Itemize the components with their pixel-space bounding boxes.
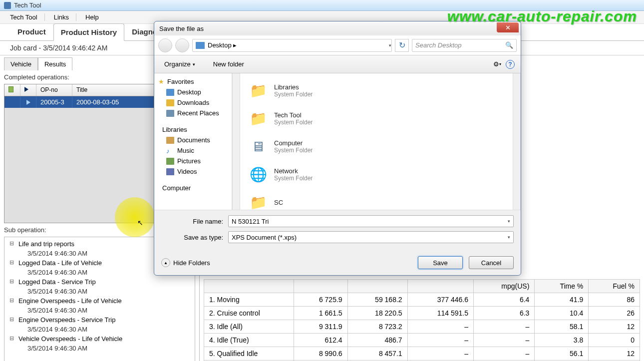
table-row[interactable]: 3. Idle (All)9 311.98 723.2––58.112 [204,320,640,334]
filename-input[interactable]: N 530121 Tri [228,215,514,227]
help-icon[interactable]: ? [506,60,515,69]
nav-back-button[interactable] [158,38,172,52]
sidebar-item-music[interactable]: ♪Music [156,145,230,156]
tree-node[interactable]: Engine Overspeeds - Life of Vehicle [7,296,192,306]
doc-icon [8,86,13,92]
subtab-vehicle[interactable]: Vehicle [4,57,38,70]
table-row[interactable]: 1. Moving6 725.959 168.2377 446.66.441.9… [204,293,640,307]
search-icon: 🔍 [505,41,513,49]
desktop-icon [166,89,174,96]
sidebar-item-downloads[interactable]: Downloads [156,97,230,108]
file-item[interactable]: 🖥ComputerSystem Folder [245,132,508,160]
subtab-results[interactable]: Results [38,57,72,70]
folder-icon: 📁 [247,79,269,101]
tab-product-history[interactable]: Product History [53,23,125,41]
play-icon [24,87,28,92]
sidebar-item-videos[interactable]: Videos [156,166,230,177]
data-table: mpg(US)Time %Fuel % 1. Moving6 725.959 1… [204,279,640,361]
recent-icon [166,110,174,117]
sidebar-item-recent[interactable]: Recent Places [156,108,230,118]
table-header [407,280,473,293]
table-header: Time % [535,280,589,293]
filename-label: File name: [161,218,228,225]
tree-node[interactable]: Engine Overspeeds - Service Trip [7,315,192,325]
saveas-dropdown[interactable]: XPS Document (*.xps) [228,231,514,243]
breadcrumb[interactable]: Desktop ▸ ▾ [192,39,392,52]
tree-node[interactable]: Logged Data - Service Trip [7,277,192,287]
file-item[interactable]: 🌐NetworkSystem Folder [245,160,508,188]
pictures-icon [166,158,174,165]
menu-help[interactable]: Help [85,13,106,21]
col-op-header[interactable]: OP-no [36,84,72,96]
window-title: Tech Tool [14,1,41,9]
tree-timestamp: 3/5/2014 9:46:30 AM [7,287,192,296]
table-row[interactable]: 5. Qualified Idle8 990.68 457.1––56.112 [204,347,640,361]
save-button[interactable]: Save [418,256,463,269]
cancel-button[interactable]: Cancel [469,256,514,269]
folder-icon: 📁 [247,191,269,210]
tree-timestamp: 3/5/2014 9:46:30 AM [7,306,192,315]
filelist-scrollbar[interactable] [513,73,521,210]
dialog-sidebar: ★Favorites Desktop Downloads Recent Plac… [154,73,232,210]
save-file-dialog: Save the file as ✕ Desktop ▸ ▾ ↻ Search … [154,21,521,276]
file-item[interactable]: 📁LibrariesSystem Folder [245,76,508,104]
tree-node[interactable]: Vehicle Overspeeds - Life of Vehicle [7,334,192,344]
table-header: Fuel % [589,280,640,293]
videos-icon [166,168,174,175]
computer-icon: 🖥 [247,135,269,157]
music-icon: ♪ [166,147,174,154]
sidebar-item-desktop[interactable]: Desktop [156,87,230,97]
documents-icon [166,137,174,144]
sidebar-scrollbar[interactable] [232,73,240,210]
table-header [204,280,294,293]
file-item[interactable]: 📁Tech ToolSystem Folder [245,104,508,132]
nav-forward-button[interactable] [175,38,189,52]
star-icon: ★ [158,78,164,85]
downloads-icon [166,99,174,106]
menu-techtool[interactable]: Tech Tool [10,13,45,21]
tab-product[interactable]: Product [10,23,53,40]
view-options-icon[interactable]: ⚙▾ [492,59,503,70]
tree-timestamp: 3/5/2014 9:46:30 AM [7,344,192,353]
folder-icon: 📁 [247,107,269,129]
app-icon [4,2,11,9]
newfolder-button[interactable]: New folder [209,58,248,70]
file-list: 📁LibrariesSystem Folder📁Tech ToolSystem … [240,73,513,210]
saveas-label: Save as type: [161,234,228,241]
refresh-button[interactable]: ↻ [395,39,409,52]
watermark: www.car-auto-repair.com [447,8,637,25]
play-icon [26,100,30,105]
hide-folders-button[interactable]: Hide Folders [161,258,210,267]
table-row[interactable]: 4. Idle (True)612.4486.7––3.80 [204,334,640,347]
sidebar-item-pictures[interactable]: Pictures [156,156,230,166]
search-input[interactable]: Search Desktop 🔍 [412,39,517,52]
menu-links[interactable]: Links [54,13,76,21]
desktop-icon [196,42,205,49]
table-row[interactable]: 2. Cruise control1 661.518 220.5114 591.… [204,307,640,320]
sidebar-item-documents[interactable]: Documents [156,135,230,145]
file-item[interactable]: 📁SC [245,188,508,210]
network-icon: 🌐 [247,163,269,185]
organize-button[interactable]: Organize [160,58,199,70]
table-header: mpg(US) [473,280,534,293]
ops-row-op: 20005-3 [36,96,72,108]
table-header [347,280,407,293]
tree-timestamp: 3/5/2014 9:46:30 AM [7,325,192,334]
table-header [294,280,348,293]
